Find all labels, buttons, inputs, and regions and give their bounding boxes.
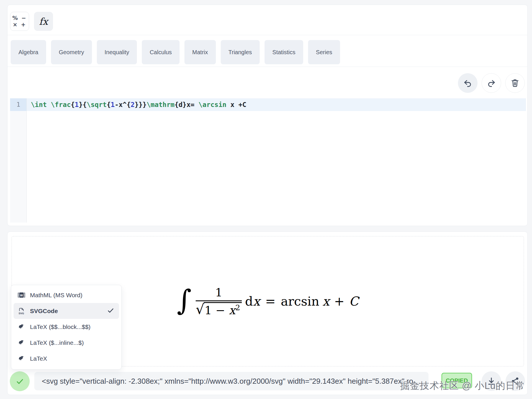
tab-matrix[interactable]: Matrix bbox=[184, 40, 216, 64]
tab-algebra[interactable]: Algebra bbox=[11, 40, 46, 64]
arcsin-function: arcsin bbox=[281, 294, 319, 308]
latex-bird-icon bbox=[16, 355, 26, 362]
undo-icon bbox=[463, 78, 472, 88]
radicand-exponent: 2 bbox=[235, 303, 240, 312]
delete-button[interactable] bbox=[505, 73, 525, 93]
check-icon bbox=[15, 377, 25, 386]
editor-gutter: 1 bbox=[10, 98, 27, 223]
rendered-formula: ∫ 1 √1 − x2 dx = arcsinx + C bbox=[177, 286, 359, 317]
undo-button[interactable] bbox=[458, 73, 478, 93]
function-button[interactable]: fx bbox=[34, 12, 53, 31]
code-pane[interactable]: \int \frac{1}{\sqrt{1-x^{2}}}\mathrm{d}x… bbox=[27, 98, 526, 223]
menu-item-label: MathML (MS Word) bbox=[30, 292, 82, 299]
menu-item-mathml[interactable]: w MathML (MS Word) bbox=[11, 287, 121, 303]
category-tabs: Algebra Geometry Inequality Calculus Mat… bbox=[11, 40, 340, 64]
line-number: 1 bbox=[10, 98, 27, 111]
divider bbox=[7, 35, 527, 35]
svg-text:SVG: SVG bbox=[18, 312, 24, 315]
menu-item-label: LaTeX ($...inline...$) bbox=[30, 339, 84, 346]
variable-x: x bbox=[253, 294, 260, 308]
redo-icon bbox=[487, 78, 496, 88]
radical-sign: √ bbox=[196, 302, 204, 316]
menu-item-latex-inline[interactable]: LaTeX ($...inline...$) bbox=[11, 335, 121, 351]
fraction-numerator: 1 bbox=[215, 286, 222, 300]
code-line[interactable]: \int \frac{1}{\sqrt{1-x^{2}}}\mathrm{d}x… bbox=[27, 98, 526, 111]
math-operators-icon: × + bbox=[13, 21, 26, 28]
editor-card: % − × + fx Algebra Geometry Inequality C… bbox=[7, 5, 528, 226]
svg-text:w: w bbox=[20, 293, 23, 297]
variable-x: x bbox=[322, 294, 329, 308]
tab-geometry[interactable]: Geometry bbox=[51, 40, 92, 64]
latex-code-editor[interactable]: 1 \int \frac{1}{\sqrt{1-x^{2}}}\mathrm{d… bbox=[10, 98, 526, 223]
menu-item-latex-block[interactable]: LaTeX ($$...block...$$) bbox=[11, 319, 121, 335]
redo-button[interactable] bbox=[482, 73, 501, 93]
function-icon: fx bbox=[39, 16, 48, 27]
radicand: 1 − x2 bbox=[204, 302, 242, 317]
app-root: % − × + fx Algebra Geometry Inequality C… bbox=[0, 0, 532, 399]
radicand-variable: x bbox=[229, 304, 235, 317]
radicand-text: 1 − bbox=[205, 304, 229, 317]
divider bbox=[7, 67, 527, 67]
trash-icon bbox=[510, 78, 520, 88]
math-operators-icon: % − bbox=[12, 15, 27, 21]
watermark: 掘金技术社区 @ 小Lu的日常 bbox=[400, 379, 525, 392]
plus-sign: + bbox=[334, 294, 344, 308]
menu-item-label: LaTeX ($$...block...$$) bbox=[30, 323, 90, 330]
tab-statistics[interactable]: Statistics bbox=[265, 40, 303, 64]
menu-item-svgcode[interactable]: SVG SVGCode bbox=[14, 303, 119, 319]
differential-d: d bbox=[245, 294, 253, 308]
constant-C: C bbox=[349, 294, 359, 308]
svg-code-text: <svg style="vertical-align: -2.308ex;" x… bbox=[42, 377, 421, 386]
latex-bird-icon bbox=[16, 323, 26, 330]
word-icon: w bbox=[16, 292, 26, 298]
math-symbols-button[interactable]: % − × + bbox=[10, 12, 29, 31]
tab-series[interactable]: Series bbox=[308, 40, 340, 64]
checkmark-icon bbox=[107, 307, 114, 315]
fraction: 1 √1 − x2 bbox=[196, 286, 242, 317]
fraction-denominator: √1 − x2 bbox=[196, 301, 242, 317]
svg-file-icon: SVG bbox=[16, 307, 26, 315]
latex-bird-icon bbox=[16, 339, 26, 346]
menu-item-label: LaTeX bbox=[30, 355, 47, 362]
svg-code-output-field[interactable]: <svg style="vertical-align: -2.308ex;" x… bbox=[34, 372, 429, 390]
menu-item-label: SVGCode bbox=[30, 308, 58, 315]
menu-item-latex[interactable]: LaTeX bbox=[11, 351, 121, 366]
export-format-menu: w MathML (MS Word) SVG SVGCode LaTeX ($$… bbox=[11, 285, 122, 370]
equals-sign: = bbox=[265, 294, 276, 308]
tab-calculus[interactable]: Calculus bbox=[142, 40, 180, 64]
tab-inequality[interactable]: Inequality bbox=[97, 40, 137, 64]
success-status-button[interactable] bbox=[10, 371, 30, 391]
tab-triangles[interactable]: Triangles bbox=[221, 40, 260, 64]
integral-sign: ∫ bbox=[177, 287, 192, 313]
